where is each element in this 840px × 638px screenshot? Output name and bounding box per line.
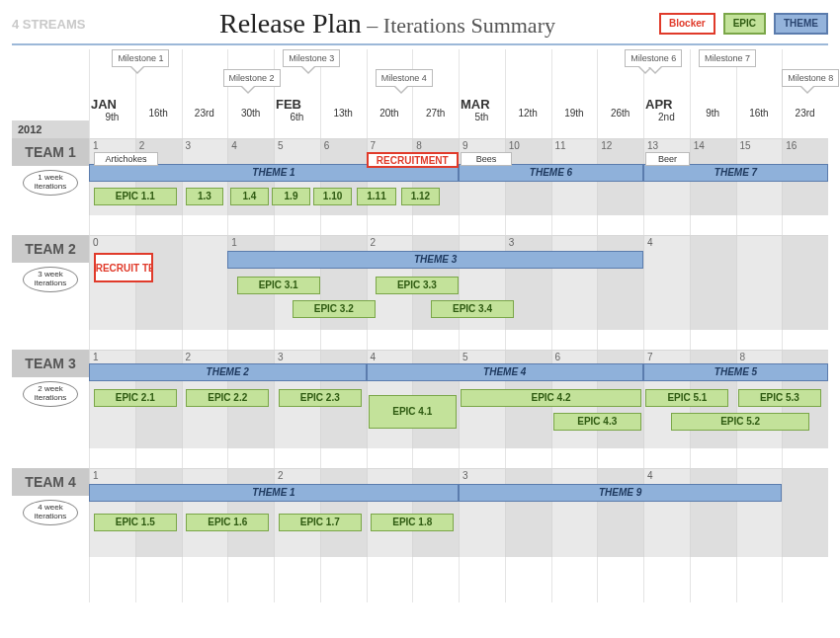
theme-bar[interactable]: THEME 1 <box>89 484 459 502</box>
epic-bar[interactable]: EPIC 3.2 <box>293 300 376 318</box>
epic-bar[interactable]: 1.3 <box>186 188 222 205</box>
team-lane: 1234THEME 1THEME 9EPIC 1.5EPIC 1.6EPIC 1… <box>89 468 828 557</box>
epic-bar[interactable]: EPIC 3.1 <box>237 277 320 294</box>
epic-bar[interactable]: EPIC 1.1 <box>94 188 177 205</box>
date-header: JAN9th 16th 23rd 30thFEB6th 13th 20th 27… <box>89 97 828 122</box>
iteration-pill: 1 week iterations <box>23 170 78 196</box>
theme-bar[interactable]: THEME 5 <box>643 363 828 381</box>
epic-bar[interactable]: EPIC 5.3 <box>738 389 821 407</box>
epic-bar[interactable]: EPIC 1.6 <box>186 514 269 531</box>
team-lane: 01234THEME 3EPIC 3.1EPIC 3.2EPIC 3.3EPIC… <box>89 235 828 330</box>
team-name: TEAM 2 <box>12 235 89 263</box>
epic-bar[interactable]: EPIC 1.5 <box>94 514 177 531</box>
epic-bar[interactable]: EPIC 4.1 <box>369 395 457 429</box>
block-bar[interactable]: RECRUIT TEAM <box>94 253 154 282</box>
epic-bar[interactable]: 1.9 <box>272 188 311 205</box>
title-sub: Iterations Summary <box>383 13 555 38</box>
team-lane: 12345678THEME 2THEME 4THEME 5EPIC 2.1EPI… <box>89 350 828 448</box>
milestone: Milestone 4 <box>376 69 433 87</box>
milestone: Milestone 3 <box>283 49 340 67</box>
theme-bar[interactable]: THEME 4 <box>367 363 644 381</box>
epic-bar[interactable]: EPIC 4.2 <box>461 389 640 407</box>
team-lane: 12345678910111213141516THEME 1THEME 6THE… <box>89 138 828 215</box>
epic-bar[interactable]: EPIC 2.2 <box>186 389 269 407</box>
theme-bar[interactable]: THEME 6 <box>459 164 643 182</box>
epic-bar[interactable]: EPIC 5.2 <box>671 413 809 431</box>
epic-bar[interactable]: 1.12 <box>401 188 441 205</box>
theme-bar[interactable]: THEME 2 <box>89 363 367 381</box>
gantt-chart: JAN9th 16th 23rd 30thFEB6th 13th 20th 27… <box>89 49 828 602</box>
epic-bar[interactable]: EPIC 4.3 <box>553 413 641 431</box>
stream-count: 4 STREAMS <box>12 17 116 32</box>
iteration-pill: 3 week iterations <box>23 267 78 292</box>
legend: Blocker EPIC THEME <box>659 13 828 35</box>
team-name: TEAM 3 <box>12 350 89 377</box>
epic-bar[interactable]: EPIC 2.3 <box>279 389 362 407</box>
theme-bar[interactable]: THEME 3 <box>227 251 643 269</box>
theme-bar[interactable]: THEME 7 <box>643 164 828 182</box>
team-name: TEAM 1 <box>12 138 89 166</box>
page-title: Release Plan – Iterations Summary <box>116 8 659 40</box>
legend-epic: EPIC <box>723 13 766 35</box>
theme-bar[interactable]: THEME 9 <box>459 484 782 502</box>
epic-bar[interactable]: 1.4 <box>230 188 270 205</box>
epic-bar[interactable]: EPIC 3.3 <box>376 277 459 294</box>
block-bar[interactable]: RECRUITMENT <box>367 152 460 168</box>
epic-bar[interactable]: 1.10 <box>313 188 353 205</box>
title-main: Release Plan <box>219 8 362 39</box>
iteration-pill: 4 week iterations <box>23 500 78 525</box>
epic-bar[interactable]: EPIC 1.8 <box>371 514 454 531</box>
note-bar[interactable]: Bees <box>461 152 511 166</box>
team-name: TEAM 4 <box>12 468 89 496</box>
epic-bar[interactable]: 1.11 <box>357 188 396 205</box>
legend-theme: THEME <box>774 13 828 35</box>
year-label: 2012 <box>12 120 89 138</box>
note-bar[interactable]: Beer <box>645 152 689 166</box>
note-bar[interactable]: Artichokes <box>94 152 158 166</box>
milestone: Milestone 8 <box>782 69 839 87</box>
epic-bar[interactable]: EPIC 3.4 <box>431 300 514 318</box>
epic-bar[interactable]: EPIC 2.1 <box>94 389 177 407</box>
iteration-pill: 2 week iterations <box>23 381 78 407</box>
milestone: Milestone 7 <box>699 49 756 67</box>
milestone: Milestone 1 <box>112 49 169 67</box>
milestone: Milestone 2 <box>223 69 281 87</box>
milestone: Milestone 6 <box>625 49 682 67</box>
legend-blocker: Blocker <box>659 13 715 35</box>
epic-bar[interactable]: EPIC 1.7 <box>279 514 362 531</box>
epic-bar[interactable]: EPIC 5.1 <box>645 389 728 407</box>
header: 4 STREAMS Release Plan – Iterations Summ… <box>12 8 828 45</box>
